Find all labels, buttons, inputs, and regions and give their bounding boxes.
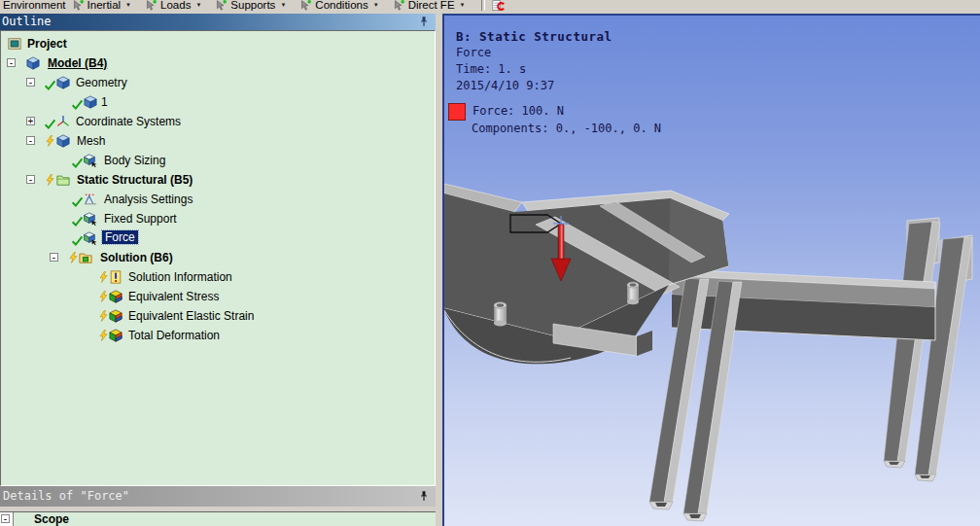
lightning-icon [98,270,109,284]
tree-item-equivalent-elastic-strain[interactable]: Equivalent Elastic Strain [1,306,435,326]
toolbar-separator [481,0,485,11]
viewport-legend: Force: 100. N Components: 0., -100., 0. … [448,103,661,136]
inertial-label: Inertial [88,0,122,11]
tree-item-label: Equivalent Stress [128,290,219,303]
lightning-icon [45,134,55,148]
check-icon [44,79,56,91]
panel-splitter[interactable] [436,14,442,526]
details-row-scope[interactable]: Scope [0,512,436,526]
supports-label: Supports [230,0,275,11]
details-row-label: Scope [34,512,69,526]
direct-fe-icon [393,0,405,12]
annotation-load-name: Force [456,45,612,61]
collapse-box[interactable] [26,136,35,145]
tree-item-mesh[interactable]: Mesh [1,131,435,151]
model-icon [26,56,40,70]
analysis-settings-icon [84,193,97,206]
fixed-support-icon [84,212,97,226]
tree-item-fixed-support[interactable]: Fixed Support [1,209,435,228]
tree-item-model[interactable]: Model (B4) [1,53,435,73]
legend-force-value: Force: 100. N [472,103,564,119]
solution-icon [79,251,92,264]
details-row-cell: Scope [14,512,436,526]
dropdown-caret-icon: ▼ [125,2,131,8]
tree-item-label: Mesh [77,134,105,148]
graphics-viewport[interactable]: B: Static Structural Force Time: 1. s 20… [442,14,980,526]
lightning-icon [98,309,109,323]
outline-title: Outline [2,15,52,28]
tree-item-label: Solution (B6) [100,251,173,264]
frame-right-posts [884,218,972,481]
viewport-annotation: B: Static Structural Force Time: 1. s 20… [456,28,612,94]
dropdown-caret-icon: ▼ [195,2,201,8]
tree-item-label: Coordinate Systems [76,115,181,128]
equivalent-stress-icon [109,290,122,303]
frame-front-legs [649,278,742,521]
tree-item-analysis-settings[interactable]: Analysis Settings [1,190,435,209]
supports-icon [215,0,228,12]
environment-menu[interactable]: Environment [0,0,72,11]
autohide-pin-icon[interactable] [418,490,430,503]
commands-button[interactable] [491,0,508,12]
commands-icon [491,0,506,12]
collapse-box[interactable] [7,58,16,67]
geometry-icon [56,76,70,89]
lightning-icon [98,329,109,342]
loads-dropdown-button[interactable]: Loads ▼ [145,0,201,12]
tree-item-body-sizing[interactable]: Body Sizing [1,151,435,170]
inertial-dropdown-button[interactable]: Inertial ▼ [72,0,131,12]
autohide-pin-icon[interactable] [418,16,430,28]
direct-fe-dropdown-button[interactable]: Direct FE ▼ [393,0,466,12]
details-title: Details of "Force" [3,489,129,503]
tree-item-project[interactable]: Project [1,34,435,53]
tree-item-total-deformation[interactable]: Total Deformation [1,326,435,345]
tree-item-label: Project [27,37,67,51]
conditions-icon [299,0,312,12]
coordinate-systems-icon [56,115,70,128]
tree-item-label: Geometry [76,76,127,89]
tree-item-label: Total Deformation [128,329,220,342]
collapse-box[interactable] [1,514,10,523]
details-row-gutter [0,512,14,526]
tree-item-label: Body Sizing [104,154,165,167]
conditions-dropdown-button[interactable]: Conditions ▼ [299,0,378,12]
loads-icon [145,0,158,12]
tree-item-static-structural[interactable]: Static Structural (B5) [1,170,435,190]
tree-item-solution-information[interactable]: Solution Information [1,267,435,287]
tree-item-body-1[interactable]: 1 [1,92,435,112]
tree-item-label-selected: Force [102,230,138,244]
collapse-box[interactable] [26,78,35,87]
tree-item-force[interactable]: Force [1,228,435,248]
tree-item-equivalent-stress[interactable]: Equivalent Stress [1,287,435,306]
mesh-icon [56,134,70,148]
tree-item-solution[interactable]: Solution (B6) [1,248,435,267]
analysis-title: B: Static Structural [456,28,612,45]
solution-information-icon [109,270,122,284]
force-color-swatch [448,103,466,121]
check-icon [71,234,84,247]
dropdown-caret-icon: ▼ [460,2,466,8]
supports-dropdown-button[interactable]: Supports ▼ [215,0,286,12]
expand-box[interactable] [26,117,35,125]
project-icon [8,37,21,51]
collapse-box[interactable] [26,175,35,184]
tree-item-label: Equivalent Elastic Strain [128,309,254,323]
check-icon [71,215,84,228]
annotation-time: Time: 1. s [456,61,612,78]
tree-item-coordinate-systems[interactable]: Coordinate Systems [1,112,435,131]
tree-item-label: Model (B4) [48,56,107,70]
collapse-box[interactable] [50,253,58,262]
lightning-icon [68,251,79,264]
tree-item-label: Analysis Settings [104,193,192,206]
check-icon [44,118,56,130]
force-arrow-shaft [558,225,564,261]
inertial-icon [72,0,85,12]
conditions-label: Conditions [315,0,368,11]
tree-item-geometry[interactable]: Geometry [1,73,435,92]
body-sizing-icon [84,154,97,167]
outline-panel: Outline Project Model (B4) Geometry 1 [0,14,436,526]
outline-titlebar: Outline [0,14,436,30]
lightning-icon [45,173,55,187]
annotation-date: 2015/4/10 9:37 [456,78,612,94]
equivalent-elastic-strain-icon [109,309,122,323]
